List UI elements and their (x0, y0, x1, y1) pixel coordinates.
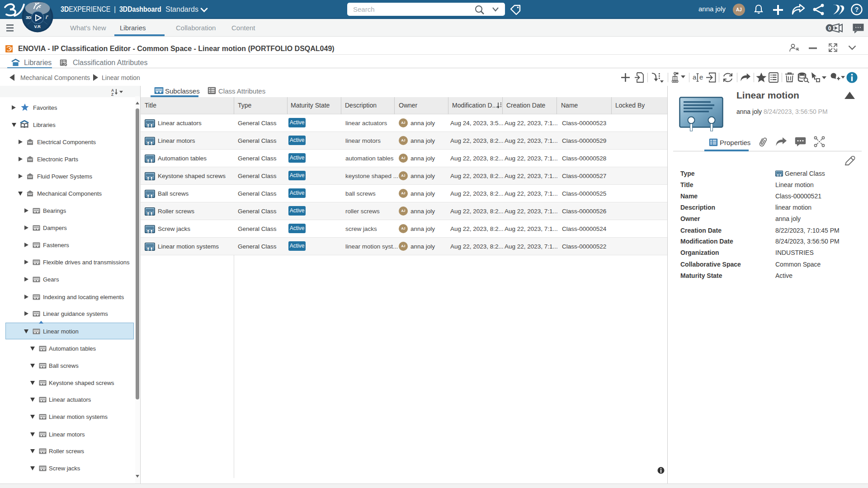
svg-text:a: a (693, 73, 697, 81)
svg-text:V.R: V.R (34, 24, 41, 29)
svg-text:0: 0 (828, 25, 831, 32)
svg-text:?: ? (855, 6, 859, 13)
svg-text:3D: 3D (26, 15, 31, 20)
svg-text:i′: i′ (46, 15, 48, 20)
svg-text:Z: Z (111, 92, 113, 96)
svg-text:e: e (699, 73, 703, 81)
